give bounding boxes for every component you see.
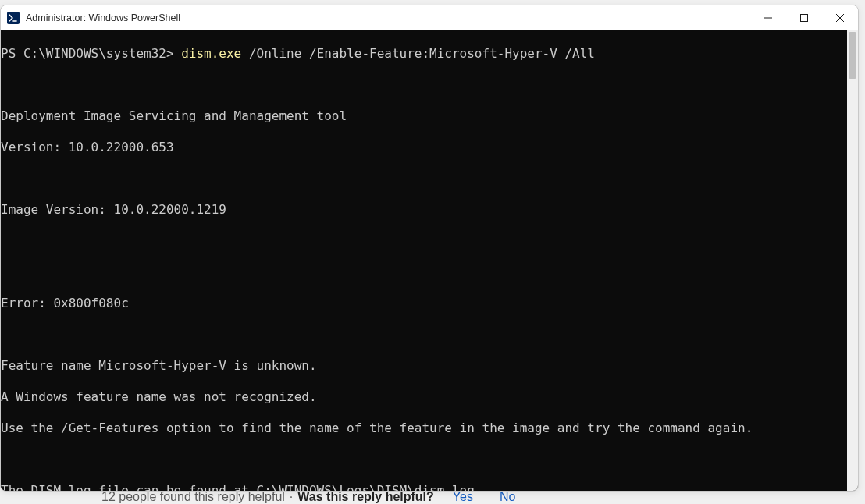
people-found-text: 12 people found this reply helpful xyxy=(101,490,285,504)
command-executable: dism.exe xyxy=(181,46,241,61)
terminal-line xyxy=(1,171,847,186)
svg-rect-3 xyxy=(801,15,808,22)
helpful-yes-link[interactable]: Yes xyxy=(453,490,473,504)
terminal-line: Deployment Image Servicing and Managemen… xyxy=(1,108,847,124)
terminal-line: PS C:\WINDOWS\system32> dism.exe /Online… xyxy=(1,46,847,62)
background-page-text: 12 people found this reply helpful · Was… xyxy=(101,490,515,504)
scrollbar-thumb[interactable] xyxy=(849,32,856,79)
svg-rect-0 xyxy=(7,12,20,24)
command-args: /Online /Enable-Feature:Microsoft-Hyper-… xyxy=(241,46,595,61)
helpful-no-link[interactable]: No xyxy=(500,490,515,504)
terminal-line: The DISM log file can be found at C:\WIN… xyxy=(1,483,847,492)
close-button[interactable] xyxy=(822,5,858,30)
terminal-line: Feature name Microsoft-Hyper-V is unknow… xyxy=(1,358,847,374)
helpful-question: Was this reply helpful? xyxy=(297,490,434,504)
terminal-line xyxy=(1,77,847,93)
window-controls xyxy=(750,5,858,30)
terminal-line xyxy=(1,233,847,249)
prompt-text: PS C:\WINDOWS\system32> xyxy=(1,46,181,61)
terminal-line: Version: 10.0.22000.653 xyxy=(1,140,847,155)
terminal-line: Use the /Get-Features option to find the… xyxy=(1,421,847,436)
vertical-scrollbar[interactable] xyxy=(847,30,858,492)
terminal-line xyxy=(1,264,847,280)
terminal-line: A Windows feature name was not recognize… xyxy=(1,389,847,405)
terminal-line: Image Version: 10.0.22000.1219 xyxy=(1,202,847,218)
maximize-button[interactable] xyxy=(786,5,822,30)
terminal-area: PS C:\WINDOWS\system32> dism.exe /Online… xyxy=(1,30,858,492)
titlebar[interactable]: Administrator: Windows PowerShell xyxy=(1,5,858,30)
terminal-line xyxy=(1,327,847,343)
powershell-icon xyxy=(7,12,20,24)
separator-dot: · xyxy=(290,490,293,504)
terminal-output[interactable]: PS C:\WINDOWS\system32> dism.exe /Online… xyxy=(1,30,847,492)
terminal-line: Error: 0x800f080c xyxy=(1,296,847,311)
terminal-line xyxy=(1,452,847,467)
powershell-window: Administrator: Windows PowerShell PS C:\… xyxy=(0,5,859,492)
window-title: Administrator: Windows PowerShell xyxy=(26,12,750,23)
minimize-button[interactable] xyxy=(750,5,786,30)
